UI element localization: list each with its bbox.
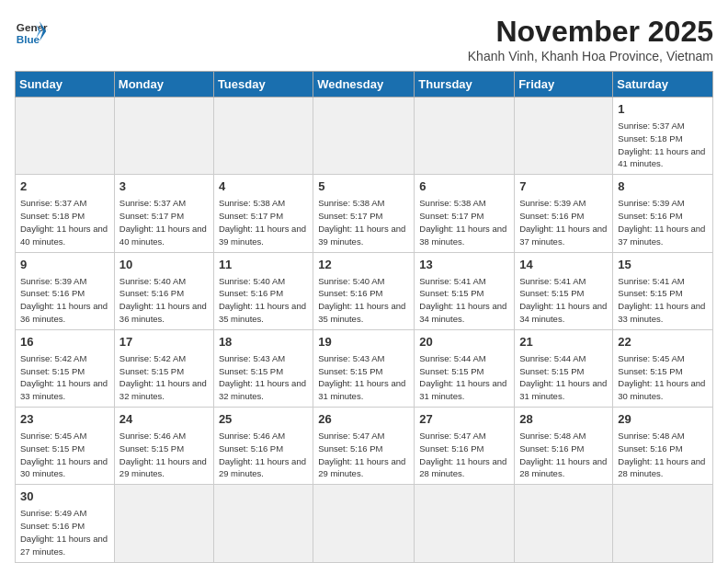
- calendar-cell: 18Sunrise: 5:43 AM Sunset: 5:15 PM Dayli…: [213, 329, 313, 407]
- calendar-cell: 20Sunrise: 5:44 AM Sunset: 5:15 PM Dayli…: [415, 329, 515, 407]
- day-number: 15: [618, 257, 708, 273]
- calendar: SundayMondayTuesdayWednesdayThursdayFrid…: [15, 71, 713, 563]
- calendar-cell: [213, 485, 313, 562]
- day-info: Sunrise: 5:49 AM Sunset: 5:16 PM Dayligh…: [20, 507, 109, 557]
- calendar-cell: 5Sunrise: 5:38 AM Sunset: 5:17 PM Daylig…: [313, 175, 415, 252]
- week-row-2: 2Sunrise: 5:37 AM Sunset: 5:18 PM Daylig…: [16, 175, 713, 252]
- calendar-cell: 13Sunrise: 5:41 AM Sunset: 5:15 PM Dayli…: [415, 252, 515, 329]
- weekday-monday: Monday: [114, 72, 213, 98]
- day-info: Sunrise: 5:37 AM Sunset: 5:17 PM Dayligh…: [119, 197, 209, 247]
- calendar-cell: [313, 485, 415, 562]
- week-row-4: 16Sunrise: 5:42 AM Sunset: 5:15 PM Dayli…: [16, 329, 713, 407]
- location-subtitle: Khanh Vinh, Khanh Hoa Province, Vietnam: [468, 49, 713, 63]
- calendar-cell: [213, 98, 313, 175]
- day-number: 21: [519, 334, 608, 350]
- day-info: Sunrise: 5:38 AM Sunset: 5:17 PM Dayligh…: [318, 197, 409, 247]
- calendar-cell: 7Sunrise: 5:39 AM Sunset: 5:16 PM Daylig…: [515, 175, 613, 252]
- calendar-cell: [16, 98, 115, 175]
- day-number: 7: [519, 178, 608, 195]
- day-number: 3: [119, 178, 209, 195]
- day-info: Sunrise: 5:46 AM Sunset: 5:15 PM Dayligh…: [119, 430, 209, 480]
- calendar-cell: 8Sunrise: 5:39 AM Sunset: 5:16 PM Daylig…: [613, 175, 713, 252]
- day-info: Sunrise: 5:38 AM Sunset: 5:17 PM Dayligh…: [419, 197, 509, 247]
- day-info: Sunrise: 5:42 AM Sunset: 5:15 PM Dayligh…: [119, 352, 209, 403]
- calendar-cell: 15Sunrise: 5:41 AM Sunset: 5:15 PM Dayli…: [613, 252, 713, 329]
- calendar-cell: 24Sunrise: 5:46 AM Sunset: 5:15 PM Dayli…: [114, 408, 213, 485]
- day-info: Sunrise: 5:48 AM Sunset: 5:16 PM Dayligh…: [618, 430, 708, 480]
- day-number: 4: [219, 178, 308, 195]
- calendar-cell: [313, 98, 415, 175]
- day-info: Sunrise: 5:48 AM Sunset: 5:16 PM Dayligh…: [519, 430, 608, 480]
- calendar-cell: [415, 485, 515, 562]
- month-title: November 2025: [468, 15, 713, 49]
- calendar-cell: 1Sunrise: 5:37 AM Sunset: 5:18 PM Daylig…: [613, 98, 713, 175]
- calendar-cell: 9Sunrise: 5:39 AM Sunset: 5:16 PM Daylig…: [16, 252, 115, 329]
- calendar-cell: [114, 485, 213, 562]
- calendar-cell: 29Sunrise: 5:48 AM Sunset: 5:16 PM Dayli…: [613, 408, 713, 485]
- day-number: 14: [519, 257, 608, 273]
- day-info: Sunrise: 5:47 AM Sunset: 5:16 PM Dayligh…: [419, 430, 509, 480]
- weekday-tuesday: Tuesday: [213, 72, 313, 98]
- day-info: Sunrise: 5:41 AM Sunset: 5:15 PM Dayligh…: [419, 275, 509, 326]
- day-number: 12: [318, 257, 409, 273]
- weekday-sunday: Sunday: [16, 72, 115, 98]
- calendar-cell: 30Sunrise: 5:49 AM Sunset: 5:16 PM Dayli…: [16, 485, 115, 562]
- day-number: 30: [20, 488, 109, 505]
- day-info: Sunrise: 5:42 AM Sunset: 5:15 PM Dayligh…: [20, 352, 109, 403]
- calendar-cell: 6Sunrise: 5:38 AM Sunset: 5:17 PM Daylig…: [415, 175, 515, 252]
- week-row-6: 30Sunrise: 5:49 AM Sunset: 5:16 PM Dayli…: [16, 485, 713, 562]
- day-info: Sunrise: 5:44 AM Sunset: 5:15 PM Dayligh…: [419, 352, 509, 403]
- header: General Blue November 2025 Khanh Vinh, K…: [15, 15, 713, 63]
- calendar-cell: 10Sunrise: 5:40 AM Sunset: 5:16 PM Dayli…: [114, 252, 213, 329]
- weekday-friday: Friday: [515, 72, 613, 98]
- calendar-cell: 23Sunrise: 5:45 AM Sunset: 5:15 PM Dayli…: [16, 408, 115, 485]
- calendar-cell: [114, 98, 213, 175]
- day-info: Sunrise: 5:40 AM Sunset: 5:16 PM Dayligh…: [119, 275, 209, 326]
- day-number: 19: [318, 334, 409, 350]
- calendar-cell: 2Sunrise: 5:37 AM Sunset: 5:18 PM Daylig…: [16, 175, 115, 252]
- day-info: Sunrise: 5:39 AM Sunset: 5:16 PM Dayligh…: [20, 275, 109, 326]
- day-number: 25: [219, 411, 308, 428]
- day-info: Sunrise: 5:41 AM Sunset: 5:15 PM Dayligh…: [519, 275, 608, 326]
- day-info: Sunrise: 5:40 AM Sunset: 5:16 PM Dayligh…: [318, 275, 409, 326]
- day-number: 17: [119, 334, 209, 350]
- day-number: 24: [119, 411, 209, 428]
- day-number: 26: [318, 411, 409, 428]
- calendar-cell: 4Sunrise: 5:38 AM Sunset: 5:17 PM Daylig…: [213, 175, 313, 252]
- week-row-3: 9Sunrise: 5:39 AM Sunset: 5:16 PM Daylig…: [16, 252, 713, 329]
- calendar-cell: 21Sunrise: 5:44 AM Sunset: 5:15 PM Dayli…: [515, 329, 613, 407]
- calendar-cell: [515, 485, 613, 562]
- day-info: Sunrise: 5:46 AM Sunset: 5:16 PM Dayligh…: [219, 430, 308, 480]
- day-number: 11: [219, 257, 308, 273]
- day-info: Sunrise: 5:37 AM Sunset: 5:18 PM Dayligh…: [20, 197, 109, 247]
- logo: General Blue: [15, 15, 48, 48]
- calendar-cell: 28Sunrise: 5:48 AM Sunset: 5:16 PM Dayli…: [515, 408, 613, 485]
- calendar-cell: [515, 98, 613, 175]
- calendar-body: 1Sunrise: 5:37 AM Sunset: 5:18 PM Daylig…: [16, 98, 713, 563]
- weekday-wednesday: Wednesday: [313, 72, 415, 98]
- calendar-cell: 19Sunrise: 5:43 AM Sunset: 5:15 PM Dayli…: [313, 329, 415, 407]
- day-number: 27: [419, 411, 509, 428]
- calendar-header: SundayMondayTuesdayWednesdayThursdayFrid…: [16, 72, 713, 98]
- day-info: Sunrise: 5:45 AM Sunset: 5:15 PM Dayligh…: [20, 430, 109, 480]
- day-number: 10: [119, 257, 209, 273]
- calendar-cell: [613, 485, 713, 562]
- calendar-cell: 12Sunrise: 5:40 AM Sunset: 5:16 PM Dayli…: [313, 252, 415, 329]
- day-info: Sunrise: 5:44 AM Sunset: 5:15 PM Dayligh…: [519, 352, 608, 403]
- weekday-saturday: Saturday: [613, 72, 713, 98]
- day-number: 6: [419, 178, 509, 195]
- week-row-1: 1Sunrise: 5:37 AM Sunset: 5:18 PM Daylig…: [16, 98, 713, 175]
- day-number: 22: [618, 334, 708, 350]
- day-info: Sunrise: 5:41 AM Sunset: 5:15 PM Dayligh…: [618, 275, 708, 326]
- weekday-thursday: Thursday: [415, 72, 515, 98]
- day-number: 16: [20, 334, 109, 350]
- day-info: Sunrise: 5:38 AM Sunset: 5:17 PM Dayligh…: [219, 197, 308, 247]
- week-row-5: 23Sunrise: 5:45 AM Sunset: 5:15 PM Dayli…: [16, 408, 713, 485]
- day-number: 20: [419, 334, 509, 350]
- day-number: 29: [618, 411, 708, 428]
- title-block: November 2025 Khanh Vinh, Khanh Hoa Prov…: [468, 15, 713, 63]
- day-number: 2: [20, 178, 109, 195]
- calendar-cell: 26Sunrise: 5:47 AM Sunset: 5:16 PM Dayli…: [313, 408, 415, 485]
- calendar-cell: [415, 98, 515, 175]
- day-info: Sunrise: 5:39 AM Sunset: 5:16 PM Dayligh…: [618, 197, 708, 247]
